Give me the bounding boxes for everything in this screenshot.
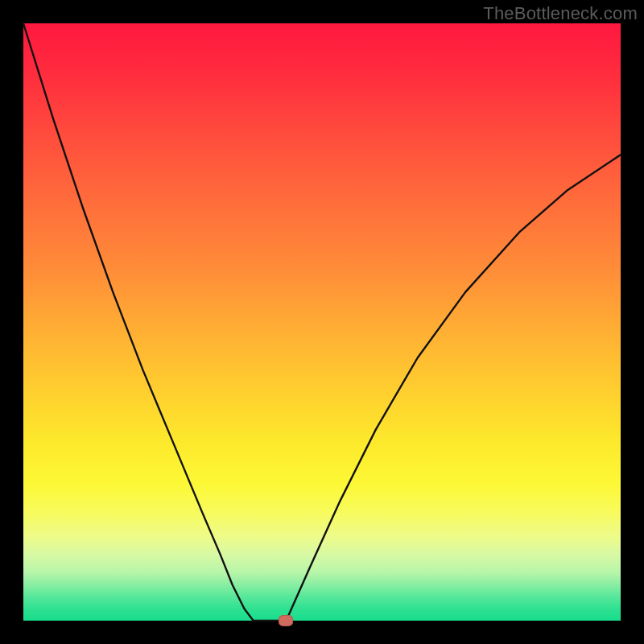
watermark-text: TheBottleneck.com <box>483 3 638 24</box>
bottleneck-curve <box>23 23 621 621</box>
curve-path <box>23 23 621 621</box>
plot-area <box>23 23 621 621</box>
sweet-spot-marker <box>279 615 293 626</box>
outer-frame: TheBottleneck.com <box>0 0 644 644</box>
